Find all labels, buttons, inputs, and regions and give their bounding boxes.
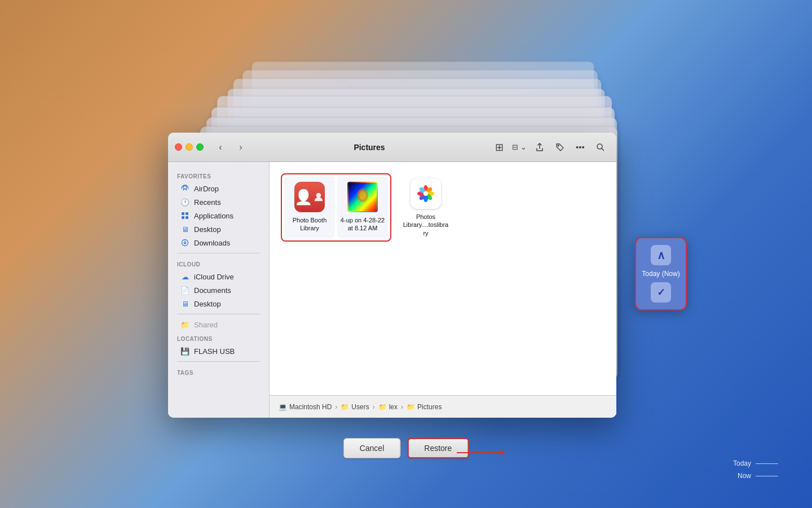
breadcrumb-sep-1: › <box>335 403 337 411</box>
locations-header: Locations <box>168 331 269 344</box>
tm-side-panel: ∧ Today (Now) ✓ <box>635 237 687 310</box>
view-grid-button[interactable]: ⊞ <box>490 138 508 156</box>
sidebar-item-shared[interactable]: 📁 Shared <box>171 318 266 331</box>
timeline-today-line <box>756 463 778 464</box>
favorites-header: Favorites <box>168 169 269 182</box>
file-item-photos-library[interactable]: Photos Library....toslibrary <box>400 173 451 242</box>
shared-label: Shared <box>194 321 218 329</box>
finder-body: Favorites AirDrop 🕐 Recents Applications… <box>168 162 616 418</box>
close-button[interactable] <box>175 143 182 151</box>
sidebar-item-icloud-drive[interactable]: ☁ iCloud Drive <box>171 270 266 283</box>
finder-statusbar: 💻 Macintosh HD › 📁 Users › 📁 lex › 📁 Pic… <box>270 395 616 418</box>
photos-library-icon <box>410 178 442 209</box>
downloads-icon <box>180 238 189 247</box>
icloud-desktop-label: Desktop <box>194 300 221 308</box>
sidebar-item-downloads[interactable]: Downloads <box>171 236 266 249</box>
desktop-icon: 🖥 <box>180 225 189 234</box>
restore-arrow-head <box>501 450 505 456</box>
breadcrumb-pictures: Pictures <box>417 403 442 411</box>
breadcrumb-sep-3: › <box>401 403 403 411</box>
forward-button[interactable]: › <box>233 139 249 155</box>
photos-pinwheel <box>415 183 436 204</box>
file-grid: Photo Booth Library <box>270 162 616 395</box>
svg-point-18 <box>423 191 428 196</box>
flash-usb-icon: 💾 <box>180 347 189 356</box>
sidebar-item-applications[interactable]: Applications <box>171 209 266 222</box>
svg-rect-3 <box>182 216 184 219</box>
sidebar-item-icloud-desktop[interactable]: 🖥 Desktop <box>171 297 266 310</box>
desktop-label: Desktop <box>194 225 221 234</box>
view-list-button[interactable]: ⊟ ⌄ <box>510 138 528 156</box>
back-icon: ‹ <box>219 142 222 152</box>
maximize-button[interactable] <box>196 143 204 151</box>
icloud-drive-icon: ☁ <box>180 272 189 281</box>
documents-icon: 📄 <box>180 286 189 295</box>
tags-header: Tags <box>168 365 269 378</box>
finder-title: Pictures <box>253 143 486 152</box>
pictures-folder-icon: 📁 <box>407 403 415 411</box>
documents-label: Documents <box>194 286 231 295</box>
photos-library-name: Photos Library....toslibrary <box>403 213 449 237</box>
airdrop-icon <box>180 184 189 193</box>
airdrop-label: AirDrop <box>194 185 219 193</box>
photo-booth-icon <box>294 181 325 213</box>
recents-label: Recents <box>194 198 221 207</box>
snapshot-name: 4-up on 4-28-22 at 8.12 AM <box>339 216 386 233</box>
timeline-today-label: Today <box>733 459 751 467</box>
sidebar-divider-3 <box>177 361 260 362</box>
timeline-now-label: Now <box>738 472 751 480</box>
toolbar-actions: ⊞ ⊟ ⌄ ••• <box>490 138 610 156</box>
tm-check-button[interactable]: ✓ <box>651 282 671 303</box>
sidebar: Favorites AirDrop 🕐 Recents Applications… <box>168 162 270 418</box>
breadcrumb-lex: lex <box>389 403 398 411</box>
sidebar-divider-2 <box>177 314 260 314</box>
users-folder-icon: 📁 <box>341 403 349 411</box>
sidebar-item-recents[interactable]: 🕐 Recents <box>171 195 266 209</box>
selected-group: Photo Booth Library <box>281 173 391 242</box>
share-icon <box>535 143 544 152</box>
breadcrumb-macintosh: Macintosh HD <box>289 403 332 411</box>
tm-timeline: Today Now <box>733 459 778 480</box>
tag-button[interactable] <box>551 138 569 156</box>
icloud-desktop-icon: 🖥 <box>180 299 189 308</box>
bottom-buttons: Cancel Restore <box>343 438 469 458</box>
file-item-photo-booth[interactable]: Photo Booth Library <box>284 177 335 238</box>
cancel-button[interactable]: Cancel <box>343 438 401 458</box>
back-button[interactable]: ‹ <box>213 139 228 155</box>
photo-booth-name: Photo Booth Library <box>286 216 333 233</box>
tm-check-icon: ✓ <box>657 286 665 299</box>
file-item-snapshot[interactable]: 4-up on 4-28-22 at 8.12 AM <box>337 177 388 238</box>
flash-usb-label: FLASH USB <box>194 347 235 356</box>
finder-toolbar: ‹ › Pictures ⊞ ⊟ ⌄ ••• <box>168 133 616 162</box>
icloud-drive-label: iCloud Drive <box>194 273 234 281</box>
search-button[interactable] <box>592 138 610 156</box>
macintosh-hd-icon: 💻 <box>279 403 287 411</box>
tm-up-button[interactable]: ∧ <box>651 245 671 265</box>
share-button[interactable] <box>531 138 549 156</box>
more-button[interactable]: ••• <box>571 138 589 156</box>
snapshot-icon <box>347 181 378 213</box>
svg-point-9 <box>359 191 366 200</box>
tm-now-label: Today (Now) <box>642 270 679 278</box>
svg-rect-4 <box>186 216 188 219</box>
applications-label: Applications <box>194 212 233 220</box>
breadcrumb-sep-2: › <box>373 403 375 411</box>
tag-icon <box>555 143 564 152</box>
lex-folder-icon: 📁 <box>378 403 387 411</box>
svg-point-6 <box>316 193 321 198</box>
sidebar-divider-1 <box>177 253 260 253</box>
downloads-label: Downloads <box>194 239 230 247</box>
sidebar-item-desktop[interactable]: 🖥 Desktop <box>171 222 266 236</box>
applications-icon <box>180 211 189 220</box>
finder-window: ‹ › Pictures ⊞ ⊟ ⌄ ••• <box>168 133 616 418</box>
svg-rect-2 <box>186 212 188 215</box>
minimize-button[interactable] <box>186 143 193 151</box>
svg-rect-1 <box>182 212 184 215</box>
sidebar-item-airdrop[interactable]: AirDrop <box>171 182 266 195</box>
restore-button[interactable]: Restore <box>407 438 469 458</box>
sidebar-item-documents[interactable]: 📄 Documents <box>171 283 266 297</box>
tm-up-icon: ∧ <box>657 248 665 262</box>
forward-icon: › <box>239 142 242 152</box>
finder-content: Photo Booth Library <box>270 162 616 418</box>
sidebar-item-flash-usb[interactable]: 💾 FLASH USB <box>171 344 266 358</box>
